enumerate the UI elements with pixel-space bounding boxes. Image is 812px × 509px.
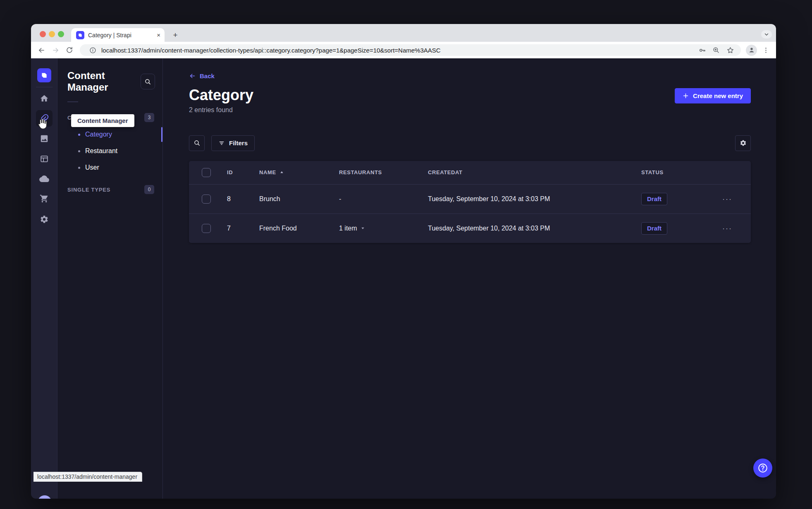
search-icon [144, 78, 151, 85]
cell-name: French Food [259, 225, 339, 232]
url-text[interactable]: localhost:1337/admin/content-manager/col… [101, 47, 693, 54]
single-types-section-header: SINGLE TYPES 0 [67, 185, 154, 194]
browser-back-button[interactable] [36, 45, 47, 55]
zoom-in-icon [712, 46, 720, 54]
url-bar[interactable]: localhost:1337/admin/content-manager/col… [80, 44, 741, 56]
single-types-count-badge: 0 [144, 185, 154, 194]
page-title: Category [189, 87, 253, 103]
hand-cursor-icon [36, 118, 48, 131]
entries-count: 2 entries found [189, 106, 253, 114]
gear-icon [40, 215, 49, 224]
list-search-button[interactable] [189, 135, 205, 151]
cell-createdat: Tuesday, September 10, 2024 at 3:03 PM [428, 195, 641, 203]
browser-status-bar: localhost:1337/admin/content-manager [33, 472, 142, 482]
person-icon [748, 46, 755, 54]
bookmark-button[interactable] [725, 45, 735, 55]
arrow-left-icon [38, 46, 45, 54]
subnav-divider [67, 101, 78, 102]
help-button[interactable] [753, 459, 772, 478]
select-all-checkbox[interactable] [202, 168, 211, 177]
single-types-label: SINGLE TYPES [67, 187, 110, 193]
question-circle-icon [757, 463, 768, 473]
cell-createdat: Tuesday, September 10, 2024 at 3:03 PM [428, 225, 641, 232]
strapi-admin: KD Content Manager COLLECTION TYPES 3 [31, 58, 776, 499]
browser-forward-button[interactable] [50, 45, 61, 55]
sidebar-item-user[interactable]: User [57, 159, 162, 176]
status-badge: Draft [641, 222, 667, 235]
column-header-restaurants[interactable]: RESTAURANTS [339, 169, 428, 175]
chevron-down-icon [764, 32, 769, 37]
browser-tabstrip: Category | Strapi × + [31, 24, 776, 42]
subnav-search-button[interactable] [141, 74, 155, 89]
row-checkbox[interactable] [202, 224, 211, 233]
content-manager-tooltip: Content Manager [71, 114, 134, 127]
window-maximize-button[interactable] [58, 31, 64, 37]
settings-button[interactable] [36, 211, 53, 228]
page-heading: Category 2 entries found [189, 87, 253, 114]
layout-icon [40, 154, 49, 163]
window-minimize-button[interactable] [49, 31, 55, 37]
cloud-icon [39, 174, 49, 184]
column-header-name[interactable]: NAME [259, 169, 339, 175]
sidebar-item-restaurant[interactable]: Restaurant [57, 143, 162, 159]
user-avatar[interactable]: KD [38, 495, 52, 499]
filter-icon [218, 140, 225, 146]
plus-icon [683, 93, 689, 99]
zoom-button[interactable] [711, 45, 721, 55]
browser-reload-button[interactable] [64, 45, 75, 55]
cell-id: 8 [217, 195, 259, 203]
cell-id: 7 [217, 225, 259, 232]
table-row[interactable]: 7 French Food 1 item Tuesday, September … [189, 214, 751, 243]
create-new-entry-button[interactable]: Create new entry [675, 88, 751, 103]
strapi-logo-button[interactable] [37, 68, 51, 82]
new-tab-button[interactable]: + [170, 30, 180, 40]
table-row[interactable]: 8 Brunch - Tuesday, September 10, 2024 a… [189, 184, 751, 214]
browser-toolbar: localhost:1337/admin/content-manager/col… [31, 42, 776, 58]
subnav-title: Content Manager [67, 70, 141, 93]
window-close-button[interactable] [40, 31, 46, 37]
content-type-builder-button[interactable] [36, 151, 53, 167]
view-settings-button[interactable] [735, 135, 751, 151]
column-header-createdat[interactable]: CREATEDAT [428, 169, 641, 175]
key-icon [698, 46, 706, 54]
column-header-id[interactable]: ID [217, 169, 259, 175]
chevron-down-icon [361, 226, 365, 230]
strapi-favicon-icon [76, 31, 84, 39]
info-icon [89, 47, 96, 54]
column-header-status[interactable]: STATUS [641, 169, 722, 175]
star-icon [726, 46, 734, 54]
gear-icon [740, 139, 747, 146]
sidebar-item-category[interactable]: Category [57, 126, 162, 143]
tab-search-button[interactable] [761, 30, 772, 38]
cart-icon [40, 194, 49, 203]
desktop: Category | Strapi × + local [0, 0, 812, 509]
back-link[interactable]: Back [189, 72, 215, 79]
row-checkbox[interactable] [202, 194, 211, 204]
cell-restaurants: - [339, 195, 428, 203]
browser-tab[interactable]: Category | Strapi × [71, 28, 165, 42]
macos-traffic-lights [40, 31, 64, 37]
browser-profile-button[interactable] [746, 45, 757, 56]
home-icon [40, 94, 49, 103]
site-info-button[interactable] [88, 45, 98, 55]
marketplace-button[interactable] [36, 190, 53, 207]
filters-button[interactable]: Filters [211, 135, 255, 151]
browser-menu-button[interactable] [760, 45, 771, 55]
rail-divider [36, 87, 53, 87]
home-button[interactable] [36, 90, 53, 107]
deploy-cloud-button[interactable] [36, 170, 53, 187]
cell-name: Brunch [259, 195, 339, 203]
media-library-button[interactable] [36, 130, 53, 147]
bullet-icon [78, 134, 80, 136]
reload-icon [66, 46, 73, 54]
list-toolbar: Filters [189, 135, 751, 151]
password-manager-button[interactable] [697, 45, 707, 55]
browser-window: Category | Strapi × + local [31, 24, 776, 499]
dots-vertical-icon [762, 47, 769, 54]
arrow-left-icon [189, 72, 196, 79]
search-icon [193, 139, 201, 146]
sidebar-item-label: User [85, 164, 99, 171]
cell-restaurants[interactable]: 1 item [339, 225, 428, 232]
tab-close-icon[interactable]: × [157, 32, 160, 38]
active-indicator [161, 127, 162, 142]
